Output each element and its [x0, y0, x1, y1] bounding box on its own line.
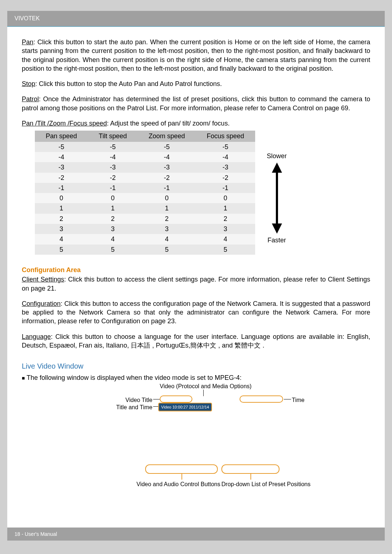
live-heading: Live Video Window: [22, 361, 370, 371]
paragraph-language: Language: Click this button to choose a …: [22, 332, 370, 350]
pan-text: : Click this button to start the auto pa…: [22, 38, 370, 72]
paragraph-patrol: Patrol: Once the Administrator has deter…: [22, 95, 370, 112]
video-overlay-box: Video 10:00:27 2011/12/14: [158, 403, 212, 412]
caption-top: Video (Protocol and Media Options): [160, 382, 252, 390]
callout-video-title: [160, 395, 192, 403]
pan-label: Pan: [22, 38, 33, 46]
label-dropdown: Drop-down List of Preset Positions: [221, 480, 310, 488]
label-controls: Video and Audio Control Buttons: [136, 480, 220, 488]
col-focus: Focus speed: [196, 131, 255, 141]
col-zoom: Zoom speed: [138, 131, 196, 141]
paragraph-stop: Stop: Click this button to stop the Auto…: [22, 79, 370, 88]
up-arrow-icon: [272, 163, 282, 173]
language-label: Language: [22, 333, 51, 340]
col-pan: Pan speed: [35, 131, 88, 141]
slower-label: Slower: [262, 152, 292, 160]
client-text: : Click this button to access the client…: [22, 276, 370, 292]
col-tilt: Tilt speed: [88, 131, 138, 141]
down-arrow-icon: [272, 223, 282, 234]
callout-controls: [145, 464, 218, 474]
svg-rect-1: [276, 173, 278, 223]
config-heading: Configuration Area: [22, 266, 370, 274]
live-figure: Video (Protocol and Media Options) Video…: [73, 382, 319, 491]
brand-text: VIVOTEK: [15, 15, 40, 21]
svg-marker-0: [272, 163, 282, 173]
stop-text: : Click this button to stop the Auto Pan…: [35, 80, 222, 87]
speed-text: : Adjust the speed of pan/ tilt/ zoom/ f…: [107, 120, 229, 127]
callout-time: [240, 395, 283, 403]
patrol-text: : Once the Administrator has determined …: [22, 95, 370, 111]
paragraph-config: Configuration: Click this button to acce…: [22, 299, 370, 326]
paragraph-speed: Pan /Tilt /Zoom /Focus speed: Adjust the…: [22, 119, 370, 128]
paragraph-client: Client Settings: Click this button to ac…: [22, 275, 370, 293]
brand-header: VIVOTEK: [7, 11, 385, 26]
speed-table: Pan speed Tilt speed Zoom speed Focus sp…: [35, 131, 299, 255]
speed-label: Pan /Tilt /Zoom /Focus speed: [22, 120, 107, 127]
config-label: Configuration: [22, 300, 61, 307]
patrol-label: Patrol: [22, 95, 39, 103]
client-label: Client Settings: [22, 276, 64, 283]
label-video-title: Video Title: [116, 396, 152, 404]
manual-page: VIVOTEK Pan: Click this button to start …: [7, 11, 385, 541]
language-text: : Click this button to choose a language…: [22, 333, 370, 349]
callout-dropdown: [221, 464, 279, 474]
paragraph-pan: Pan: Click this button to start the auto…: [22, 38, 370, 73]
speed-scale: Slower Faster: [255, 142, 299, 255]
footer-text: 18 - User's Manual: [15, 531, 57, 537]
label-title-time: Title and Time: [109, 403, 152, 411]
svg-marker-2: [272, 223, 282, 234]
page-footer: 18 - User's Manual: [7, 528, 385, 541]
live-intro: ■ The following window is displayed when…: [22, 373, 370, 382]
content-area: Pan: Click this button to start the auto…: [7, 38, 385, 502]
faster-label: Faster: [262, 236, 292, 245]
vertical-line-icon: [276, 173, 278, 223]
label-time: Time: [292, 396, 305, 404]
stop-label: Stop: [22, 80, 35, 87]
config-text: : Click this button to access the config…: [22, 300, 370, 325]
header-divider: [7, 26, 385, 27]
